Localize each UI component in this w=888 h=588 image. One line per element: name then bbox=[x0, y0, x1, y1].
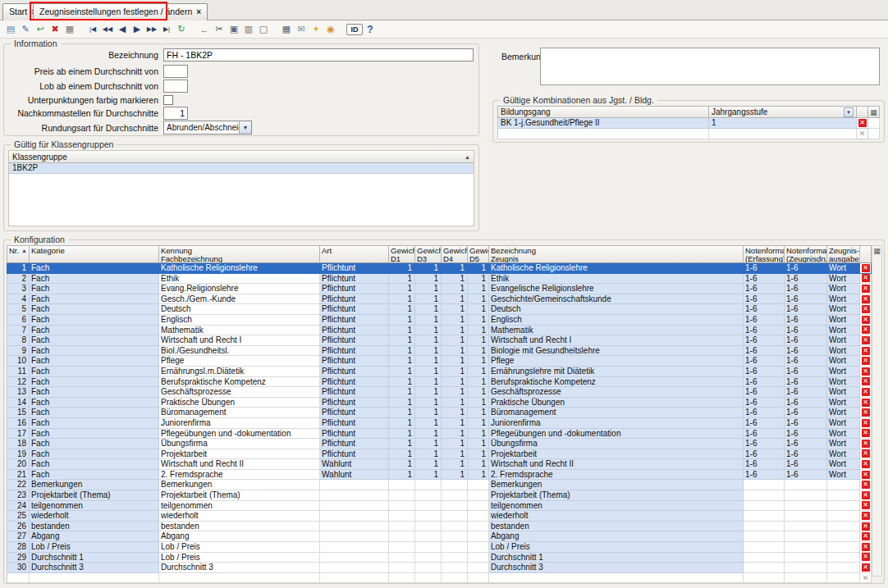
cell-nr[interactable]: 12 bbox=[7, 377, 30, 388]
cell-gewicht-d4[interactable]: 1 bbox=[442, 315, 468, 326]
cell-notenformat-erfassung[interactable] bbox=[744, 511, 785, 522]
konfiguration-row[interactable]: 15FachBüromanagementPflichtunt1111Büroma… bbox=[7, 408, 872, 418]
konfiguration-row[interactable]: 6FachEnglischPflichtunt1111Englisch1-61-… bbox=[7, 315, 872, 326]
cell-kategorie[interactable]: Fach bbox=[30, 408, 159, 418]
toolbar-back-icon[interactable]: ← bbox=[197, 22, 212, 37]
cell-zeugnisausgabe[interactable] bbox=[827, 480, 860, 490]
toolbar-new-record-icon[interactable]: ▤ bbox=[3, 22, 18, 37]
konfiguration-row[interactable]: 3FachEvang.ReligionslehrePflichtunt1111E… bbox=[7, 284, 872, 294]
cell-kennung[interactable]: Deutsch bbox=[159, 304, 320, 315]
cell-notenformat-erfassung[interactable]: 1-6 bbox=[744, 284, 785, 294]
cell-gewicht-d5[interactable] bbox=[468, 490, 489, 501]
cell-gewicht-d4[interactable]: 1 bbox=[442, 284, 468, 294]
cell-gewicht-d5[interactable]: 1 bbox=[468, 459, 489, 470]
cell-gewicht-d1[interactable]: 1 bbox=[389, 470, 415, 481]
cell-gewicht-d1[interactable]: 1 bbox=[389, 418, 415, 429]
cell-gewicht-d5[interactable]: 1 bbox=[468, 377, 489, 388]
cell-notenformat-zeugnisdruck[interactable]: 1-6 bbox=[785, 387, 827, 398]
cell-gewicht-d4[interactable]: 1 bbox=[442, 304, 468, 315]
cell-gewicht-d1[interactable]: 1 bbox=[389, 439, 415, 449]
tab-close-icon[interactable]: × bbox=[196, 7, 201, 16]
cell-gewicht-d5[interactable]: 1 bbox=[468, 315, 489, 326]
cell-zeugnisausgabe[interactable]: Wort bbox=[827, 398, 860, 408]
cell-notenformat-zeugnisdruck[interactable]: 1-6 bbox=[785, 459, 827, 470]
delete-row-button[interactable]: ✕ bbox=[860, 522, 872, 532]
cell-bezeichnung-zeugnis[interactable]: 2. Fremdsprache bbox=[489, 470, 744, 481]
cell-kennung[interactable]: Wirtschaft und Recht II bbox=[159, 459, 320, 470]
cell-nr[interactable]: 27 bbox=[7, 531, 30, 542]
konfiguration-row[interactable]: 7FachMathematikPflichtunt1111Mathematik1… bbox=[7, 326, 872, 336]
delete-row-button[interactable]: ✕ bbox=[857, 118, 868, 129]
cell-notenformat-zeugnisdruck[interactable]: 1-6 bbox=[785, 398, 827, 408]
cell-kategorie[interactable]: Fach bbox=[30, 315, 159, 326]
cell-bezeichnung-zeugnis[interactable]: Pflegeübungen und -dokumentation bbox=[489, 429, 744, 440]
konfiguration-row[interactable]: 14FachPraktische ÜbungenPflichtunt1111Pr… bbox=[7, 398, 872, 408]
cell-bildungsgang[interactable]: BK 1-j.Gesundheit/Pflege II bbox=[497, 118, 709, 129]
cell-kategorie[interactable]: wiederholt bbox=[30, 511, 159, 522]
cell-gewicht-d1[interactable] bbox=[389, 563, 415, 573]
cell-nr[interactable]: 7 bbox=[7, 326, 30, 336]
cell-gewicht-d3[interactable] bbox=[415, 490, 442, 501]
konfiguration-empty-row[interactable]: ✕ bbox=[7, 573, 872, 584]
cell-bezeichnung-zeugnis[interactable]: Büromanagement bbox=[489, 408, 744, 418]
cell-nr[interactable]: 13 bbox=[7, 387, 30, 398]
cell-gewicht-d1[interactable] bbox=[389, 501, 415, 512]
bezeichnung-input[interactable] bbox=[163, 48, 474, 62]
cell-gewicht-d5[interactable]: 1 bbox=[468, 326, 489, 336]
cell-zeugnisausgabe[interactable]: Wort bbox=[827, 408, 860, 418]
delete-row-button[interactable]: ✕ bbox=[860, 284, 872, 294]
cell-notenformat-zeugnisdruck[interactable]: 1-6 bbox=[785, 346, 827, 357]
cell-gewicht-d5[interactable]: 1 bbox=[468, 284, 489, 294]
cell-kennung[interactable]: Juniorenfirma bbox=[159, 418, 320, 429]
cell-art[interactable] bbox=[320, 480, 389, 490]
cell-nr[interactable]: 15 bbox=[7, 408, 30, 418]
cell-zeugnisausgabe[interactable]: Wort bbox=[827, 470, 860, 481]
toolbar-select-icon[interactable]: ▢ bbox=[256, 22, 271, 37]
cell-art[interactable]: Pflichtunt bbox=[320, 274, 389, 285]
column-header-jahrgangsstufe[interactable]: Jahrgangsstufe ▼ bbox=[709, 106, 857, 118]
cell-bezeichnung-zeugnis[interactable]: Mathematik bbox=[489, 326, 744, 336]
delete-row-button[interactable]: ✕ bbox=[860, 326, 872, 336]
cell-gewicht-d3[interactable]: 1 bbox=[415, 470, 442, 481]
cell-nr[interactable]: 30 bbox=[7, 563, 30, 573]
column-header-gewicht-d1[interactable]: GewichtD1 bbox=[389, 245, 415, 263]
toolbar-copy-icon[interactable]: ▣ bbox=[227, 22, 241, 37]
konfiguration-row[interactable]: 30Durchschnitt 3Durchschnitt 3Durchschni… bbox=[7, 563, 872, 573]
cell-notenformat-erfassung[interactable] bbox=[744, 522, 785, 532]
cell-kennung[interactable]: Lob / Preis bbox=[159, 553, 320, 563]
toolbar-delete-record-icon[interactable]: ✖ bbox=[48, 22, 62, 37]
cell-bezeichnung-zeugnis[interactable]: Pflege bbox=[489, 356, 744, 367]
cell-gewicht-d1[interactable]: 1 bbox=[389, 274, 415, 285]
cell-bezeichnung-zeugnis[interactable]: Juniorenfirma bbox=[489, 418, 744, 429]
cell-gewicht-d5[interactable]: 1 bbox=[468, 263, 489, 274]
cell-nr[interactable]: 6 bbox=[7, 315, 30, 326]
cell-gewicht-d1[interactable] bbox=[389, 542, 415, 553]
delete-row-button[interactable]: ✕ bbox=[860, 563, 872, 573]
cell-gewicht-d1[interactable]: 1 bbox=[389, 408, 415, 418]
cell-notenformat-erfassung[interactable] bbox=[744, 480, 785, 490]
cell-notenformat-erfassung[interactable]: 1-6 bbox=[744, 418, 785, 429]
konfiguration-row[interactable]: 10FachPflegePflichtunt1111Pflege1-61-6Wo… bbox=[7, 356, 872, 367]
cell-gewicht-d1[interactable]: 1 bbox=[389, 284, 415, 294]
konfiguration-row[interactable]: 24teilgenommenteilgenommenteilgenommen✕ bbox=[7, 501, 872, 512]
toolbar-edit-record-icon[interactable]: ✎ bbox=[18, 22, 33, 37]
cell-notenformat-erfassung[interactable]: 1-6 bbox=[744, 387, 785, 398]
cell-gewicht-d4[interactable] bbox=[442, 531, 468, 542]
cell-gewicht-d5[interactable]: 1 bbox=[468, 439, 489, 449]
cell-gewicht-d5[interactable]: 1 bbox=[468, 335, 489, 346]
cell-gewicht-d3[interactable]: 1 bbox=[415, 304, 442, 315]
cell-notenformat-erfassung[interactable]: 1-6 bbox=[744, 304, 785, 315]
cell-notenformat-zeugnisdruck[interactable]: 1-6 bbox=[785, 315, 827, 326]
cell-bezeichnung-zeugnis[interactable]: Deutsch bbox=[489, 304, 744, 315]
cell-kennung[interactable]: Projektarbeit bbox=[159, 449, 320, 460]
cell-art[interactable]: Pflichtunt bbox=[320, 356, 389, 367]
cell-gewicht-d4[interactable]: 1 bbox=[442, 274, 468, 285]
cell-nr[interactable]: 10 bbox=[7, 356, 30, 367]
cell-bezeichnung-zeugnis[interactable]: Lob / Preis bbox=[489, 542, 744, 553]
cell-notenformat-zeugnisdruck[interactable] bbox=[785, 511, 827, 522]
delete-row-button[interactable]: ✕ bbox=[860, 398, 872, 408]
column-header-zeugnisausgabe[interactable]: Zeugnis-ausgabe bbox=[827, 245, 860, 263]
cell-bezeichnung-zeugnis[interactable]: Projektarbeit (Thema) bbox=[489, 490, 744, 501]
cell-nr[interactable]: 25 bbox=[7, 511, 30, 522]
cell-kategorie[interactable]: Durchschnitt 1 bbox=[30, 553, 159, 563]
